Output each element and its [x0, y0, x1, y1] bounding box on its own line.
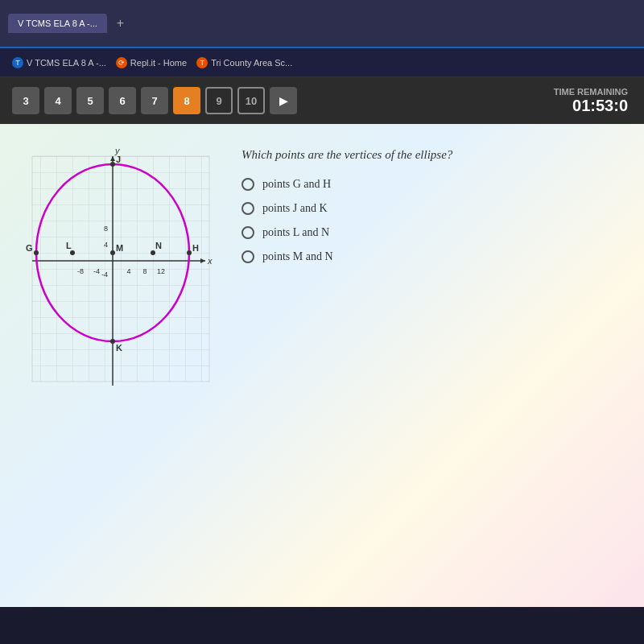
address-tab-replit[interactable]: ⟳ Repl.it - Home — [116, 57, 187, 68]
address-bar: T V TCMS ELA 8 A -... ⟳ Repl.it - Home T… — [0, 48, 644, 77]
graph-section: x y -4 -8 4 8 12 4 8 -4 J — [24, 140, 217, 591]
svg-text:12: 12 — [157, 267, 165, 275]
address-tab-tricounty[interactable]: T Tri County Area Sc... — [196, 57, 292, 68]
point-H — [187, 250, 192, 255]
point-L — [70, 250, 75, 255]
answer-label-1: points G and H — [262, 178, 331, 191]
q-btn-6[interactable]: 6 — [109, 87, 136, 114]
tab-bar: V TCMS ELA 8 A -... + — [8, 13, 636, 34]
svg-text:4: 4 — [126, 267, 130, 275]
svg-text:L: L — [66, 241, 72, 250]
svg-text:4: 4 — [104, 241, 108, 249]
point-K — [110, 339, 115, 344]
answer-label-2: points J and K — [262, 202, 328, 215]
address-tab-tcms-label: V TCMS ELA 8 A -... — [27, 58, 106, 68]
svg-text:-4: -4 — [93, 267, 100, 275]
coordinate-graph: x y -4 -8 4 8 12 4 8 -4 J — [24, 140, 217, 398]
q-btn-4[interactable]: 4 — [44, 87, 72, 114]
svg-text:K: K — [116, 343, 122, 353]
q-btn-8[interactable]: 8 — [173, 87, 200, 114]
point-G — [34, 250, 39, 255]
point-M — [110, 250, 115, 255]
answer-option-2[interactable]: points J and K — [242, 202, 620, 215]
q-btn-9[interactable]: 9 — [205, 87, 233, 114]
svg-text:N: N — [155, 241, 162, 250]
point-N — [151, 250, 155, 255]
address-tab-replit-label: Repl.it - Home — [130, 58, 187, 68]
content-area: x y -4 -8 4 8 12 4 8 -4 J — [0, 124, 644, 607]
browser-chrome: V TCMS ELA 8 A -... + — [0, 0, 644, 48]
radio-4[interactable] — [242, 250, 254, 263]
answer-option-4[interactable]: points M and N — [242, 250, 620, 263]
radio-3[interactable] — [242, 226, 254, 239]
graph-container: x y -4 -8 4 8 12 4 8 -4 J — [24, 140, 217, 398]
svg-text:-4: -4 — [101, 270, 108, 279]
x-axis-label: x — [207, 256, 213, 266]
radio-1[interactable] — [242, 178, 254, 191]
svg-text:M: M — [116, 243, 123, 253]
radio-2[interactable] — [242, 202, 254, 215]
address-tab-tricounty-label: Tri County Area Sc... — [211, 58, 292, 68]
question-section: Which points are the vertices of the ell… — [242, 140, 620, 591]
q-btn-10[interactable]: 10 — [237, 87, 265, 114]
time-label: TIME REMAINING — [554, 87, 628, 97]
q-btn-next[interactable]: ▶ — [270, 87, 297, 114]
tab-new[interactable]: + — [110, 13, 130, 34]
q-btn-3[interactable]: 3 — [12, 87, 39, 114]
tab-tcms-label: V TCMS ELA 8 A -... — [18, 19, 97, 28]
svg-text:-8: -8 — [77, 267, 84, 275]
question-text: Which points are the vertices of the ell… — [242, 148, 620, 162]
time-remaining: TIME REMAINING 01:53:0 — [554, 87, 628, 115]
nav-bar: 3 4 5 6 7 8 9 10 ▶ TIME REMAINING 01:53:… — [0, 77, 644, 124]
svg-text:8: 8 — [104, 225, 108, 233]
point-J — [110, 162, 115, 167]
q-btn-7[interactable]: 7 — [141, 87, 168, 114]
svg-text:H: H — [192, 243, 199, 253]
tab-icon-replit: ⟳ — [116, 57, 127, 68]
answer-option-3[interactable]: points L and N — [242, 226, 620, 239]
svg-text:8: 8 — [142, 267, 147, 275]
address-tab-tcms[interactable]: T V TCMS ELA 8 A -... — [12, 57, 106, 68]
answer-label-4: points M and N — [262, 250, 333, 263]
tab-tcms[interactable]: V TCMS ELA 8 A -... — [8, 14, 107, 33]
svg-text:G: G — [26, 243, 33, 253]
svg-text:J: J — [116, 155, 121, 164]
answer-label-3: points L and N — [262, 226, 329, 239]
tab-icon-tricounty: T — [196, 57, 208, 68]
answer-option-1[interactable]: points G and H — [242, 178, 620, 191]
time-value: 01:53:0 — [554, 97, 628, 115]
q-btn-5[interactable]: 5 — [76, 87, 104, 114]
tab-icon-tcms: T — [12, 57, 23, 68]
